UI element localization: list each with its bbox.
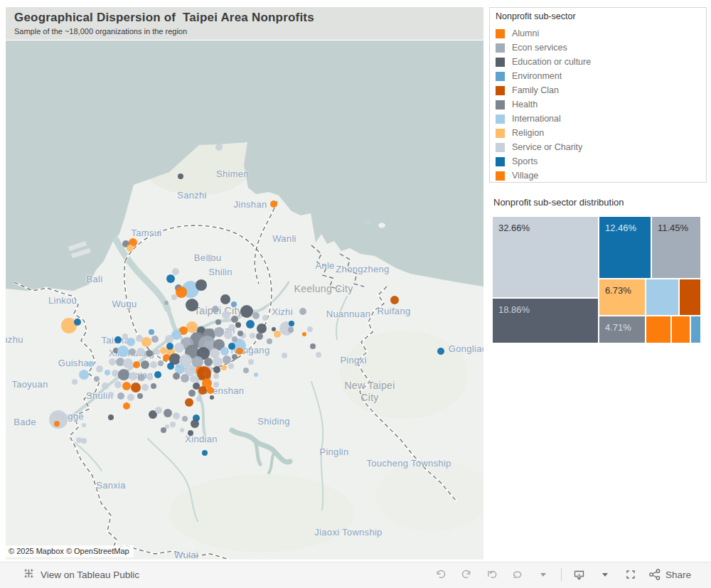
map-point[interactable] — [235, 322, 241, 328]
map-point[interactable] — [82, 423, 86, 427]
map-point[interactable] — [214, 327, 224, 337]
map-point[interactable] — [102, 383, 109, 390]
map-point[interactable] — [171, 294, 177, 300]
map-point[interactable] — [250, 333, 255, 338]
map-point[interactable] — [137, 348, 145, 356]
map-point[interactable] — [246, 320, 255, 328]
map-point[interactable] — [257, 324, 267, 333]
map-point[interactable] — [232, 336, 237, 342]
map-point[interactable] — [288, 327, 294, 333]
map-point[interactable] — [94, 376, 100, 382]
map-point[interactable] — [302, 332, 306, 336]
map-point[interactable] — [206, 255, 213, 262]
map-point[interactable] — [173, 373, 180, 380]
map-point[interactable] — [174, 343, 184, 353]
map-point[interactable] — [133, 361, 140, 368]
map-point[interactable] — [248, 359, 254, 365]
map-point[interactable] — [316, 352, 321, 358]
map-point[interactable] — [167, 363, 174, 370]
map-point[interactable] — [72, 379, 77, 385]
map-point[interactable] — [181, 374, 189, 383]
map-point[interactable] — [270, 201, 277, 208]
map-point[interactable] — [307, 326, 313, 332]
map-point[interactable] — [161, 427, 166, 433]
map-canvas[interactable]: ShimenSanzhiJinshanTamsuiWanliBeitouShil… — [6, 41, 483, 560]
map-point[interactable] — [222, 311, 230, 319]
map-point[interactable] — [114, 381, 122, 388]
refresh-caret-button[interactable] — [535, 567, 551, 582]
legend-item[interactable]: Sports — [496, 154, 702, 169]
map-point[interactable] — [151, 336, 159, 343]
map-point[interactable] — [129, 372, 137, 380]
revert-button[interactable] — [484, 567, 500, 582]
map-point[interactable] — [141, 337, 151, 347]
map-point[interactable] — [213, 382, 219, 387]
treemap-tile[interactable]: 32.66% — [493, 217, 598, 297]
map-point[interactable] — [170, 422, 176, 427]
undo-button[interactable] — [433, 567, 449, 582]
legend-item[interactable]: Education or culture — [496, 55, 702, 69]
legend-item[interactable]: Religion — [496, 126, 702, 140]
map-point[interactable] — [129, 348, 136, 356]
map-point[interactable] — [364, 218, 371, 225]
map-point[interactable] — [207, 387, 214, 394]
map-point[interactable] — [310, 343, 316, 349]
map-point[interactable] — [191, 419, 199, 428]
map-point[interactable] — [149, 329, 154, 335]
map-point[interactable] — [154, 371, 161, 378]
map-point[interactable] — [262, 315, 268, 321]
download-caret-button[interactable] — [597, 567, 613, 582]
map-point[interactable] — [289, 321, 294, 326]
map-point[interactable] — [117, 346, 129, 357]
map-point[interactable] — [154, 349, 160, 355]
map-point[interactable] — [190, 375, 197, 383]
map-point[interactable] — [256, 333, 263, 340]
map-point[interactable] — [81, 438, 87, 444]
map-point[interactable] — [155, 407, 162, 414]
download-button[interactable] — [572, 567, 587, 582]
map-point[interactable] — [138, 374, 145, 381]
map-point[interactable] — [164, 409, 172, 417]
treemap-tile[interactable]: 18.86% — [493, 299, 598, 343]
map-point[interactable] — [228, 324, 235, 331]
map-point[interactable] — [186, 321, 198, 333]
map-point[interactable] — [147, 375, 153, 380]
map-point[interactable] — [127, 245, 134, 252]
map-point[interactable] — [123, 402, 130, 410]
map-point[interactable] — [236, 348, 243, 355]
map-point[interactable] — [166, 343, 173, 350]
treemap-tile[interactable] — [646, 279, 678, 315]
legend-item[interactable]: Family Clan — [496, 83, 702, 97]
treemap-tile[interactable]: 4.71% — [599, 316, 645, 343]
map-point[interactable] — [252, 312, 260, 319]
map-point[interactable] — [151, 383, 156, 389]
map-point[interactable] — [137, 393, 143, 399]
map-point[interactable] — [196, 396, 202, 402]
map-point[interactable] — [299, 308, 306, 315]
map-point[interactable] — [74, 319, 81, 326]
map-point[interactable] — [196, 279, 207, 291]
legend-item[interactable]: Econ services — [496, 41, 702, 55]
map-point[interactable] — [105, 370, 110, 375]
map-point[interactable] — [88, 361, 94, 367]
map-point[interactable] — [54, 421, 60, 427]
map-point[interactable] — [390, 296, 399, 304]
map-point[interactable] — [108, 415, 114, 420]
map-point[interactable] — [118, 369, 129, 380]
share-button[interactable]: Share — [648, 568, 691, 581]
map-point[interactable] — [240, 305, 253, 318]
map-point[interactable] — [254, 373, 258, 377]
map-point[interactable] — [215, 319, 221, 325]
map-point[interactable] — [212, 306, 219, 313]
map-point[interactable] — [186, 299, 198, 311]
map-point[interactable] — [180, 428, 184, 432]
view-on-tableau-public-link[interactable]: View on Tableau Public — [23, 567, 139, 582]
map-point[interactable] — [146, 350, 153, 357]
map-point[interactable] — [198, 386, 207, 395]
legend-item[interactable]: Health — [496, 97, 702, 112]
map-point[interactable] — [267, 338, 272, 344]
map-point[interactable] — [123, 358, 133, 368]
map-point[interactable] — [117, 392, 124, 400]
legend-item[interactable]: International — [496, 112, 702, 126]
map-point[interactable] — [202, 450, 208, 456]
